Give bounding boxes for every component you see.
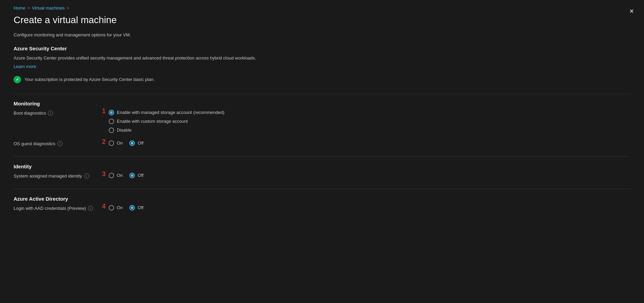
- login-aad-label: Login with AAD credentials (Preview) i: [14, 205, 109, 211]
- step-1-marker: 1: [102, 107, 106, 115]
- divider-identity: [14, 156, 630, 157]
- monitoring-section: Monitoring Boot diagnostics i 1 Enable w…: [14, 101, 630, 146]
- system-assigned-on-radio[interactable]: [109, 173, 114, 178]
- boot-diagnostics-row: Boot diagnostics i 1 Enable with managed…: [14, 110, 630, 133]
- login-aad-row: Login with AAD credentials (Preview) i 4…: [14, 205, 630, 211]
- login-aad-options: 4 On Off: [109, 205, 630, 211]
- boot-diagnostics-info-icon[interactable]: i: [48, 111, 53, 116]
- login-aad-off-radio[interactable]: [129, 205, 135, 211]
- os-guest-diagnostics-info-icon[interactable]: i: [57, 141, 62, 146]
- system-assigned-radio-group: On Off: [109, 173, 630, 178]
- system-assigned-off[interactable]: Off: [129, 173, 143, 178]
- azure-security-center-description: Azure Security Center provides unified s…: [14, 55, 630, 62]
- boot-diagnostics-custom-radio[interactable]: [109, 119, 114, 124]
- boot-diagnostics-managed[interactable]: Enable with managed storage account (rec…: [109, 110, 630, 115]
- learn-more-link[interactable]: Learn more: [14, 64, 36, 69]
- divider-monitoring: [14, 94, 630, 94]
- monitoring-title: Monitoring: [14, 101, 630, 106]
- boot-diagnostics-options: 1 Enable with managed storage account (r…: [109, 110, 630, 133]
- boot-diagnostics-disable[interactable]: Disable: [109, 128, 630, 133]
- identity-title: Identity: [14, 164, 630, 169]
- os-guest-diagnostics-label: OS guest diagnostics i: [14, 140, 109, 146]
- breadcrumb: Home > Virtual machines >: [14, 5, 630, 11]
- login-aad-on-radio[interactable]: [109, 205, 114, 211]
- boot-diagnostics-label: Boot diagnostics i: [14, 110, 109, 116]
- divider-aad: [14, 189, 630, 189]
- azure-security-center-section: Azure Security Center Azure Security Cen…: [14, 46, 630, 83]
- breadcrumb-sep1: >: [28, 5, 30, 11]
- protected-row: Your subscription is protected by Azure …: [14, 76, 630, 83]
- login-aad-on[interactable]: On: [109, 205, 123, 211]
- os-guest-diagnostics-radio-group: On Off: [109, 140, 630, 146]
- system-assigned-off-radio[interactable]: [129, 173, 135, 178]
- boot-diagnostics-managed-radio[interactable]: [109, 110, 114, 115]
- login-aad-radio-group: On Off: [109, 205, 630, 211]
- check-icon: [14, 76, 21, 83]
- os-guest-diagnostics-options: 2 On Off: [109, 140, 630, 146]
- protected-message: Your subscription is protected by Azure …: [24, 77, 155, 82]
- aad-section: Azure Active Directory Login with AAD cr…: [14, 196, 630, 211]
- os-guest-off-radio[interactable]: [129, 140, 135, 146]
- os-guest-on[interactable]: On: [109, 140, 123, 146]
- breadcrumb-home[interactable]: Home: [14, 5, 25, 11]
- boot-diagnostics-radio-group: Enable with managed storage account (rec…: [109, 110, 630, 133]
- os-guest-diagnostics-row: OS guest diagnostics i 2 On Off: [14, 140, 630, 146]
- login-aad-off[interactable]: Off: [129, 205, 143, 211]
- azure-security-center-title: Azure Security Center: [14, 46, 630, 51]
- os-guest-on-radio[interactable]: [109, 140, 114, 146]
- step-2-marker: 2: [102, 138, 106, 146]
- system-assigned-options: 3 On Off: [109, 173, 630, 178]
- aad-title: Azure Active Directory: [14, 196, 630, 202]
- boot-diagnostics-custom[interactable]: Enable with custom storage account: [109, 119, 630, 124]
- page-title: Create a virtual machine: [14, 15, 630, 26]
- system-assigned-label: System assigned managed identity i: [14, 173, 109, 179]
- step-4-marker: 4: [102, 202, 106, 210]
- step-3-marker: 3: [102, 170, 106, 178]
- subtitle: Configure monitoring and management opti…: [14, 32, 630, 37]
- breadcrumb-virtual-machines[interactable]: Virtual machines: [32, 5, 65, 11]
- system-assigned-info-icon[interactable]: i: [84, 173, 89, 179]
- boot-diagnostics-disable-radio[interactable]: [109, 128, 114, 133]
- system-assigned-on[interactable]: On: [109, 173, 123, 178]
- close-button[interactable]: ×: [629, 7, 634, 16]
- system-assigned-row: System assigned managed identity i 3 On …: [14, 173, 630, 179]
- login-aad-info-icon[interactable]: i: [88, 206, 93, 211]
- os-guest-off[interactable]: Off: [129, 140, 143, 146]
- identity-section: Identity System assigned managed identit…: [14, 164, 630, 179]
- breadcrumb-sep2: >: [67, 5, 69, 11]
- page-container: Home > Virtual machines > Create a virtu…: [0, 0, 644, 235]
